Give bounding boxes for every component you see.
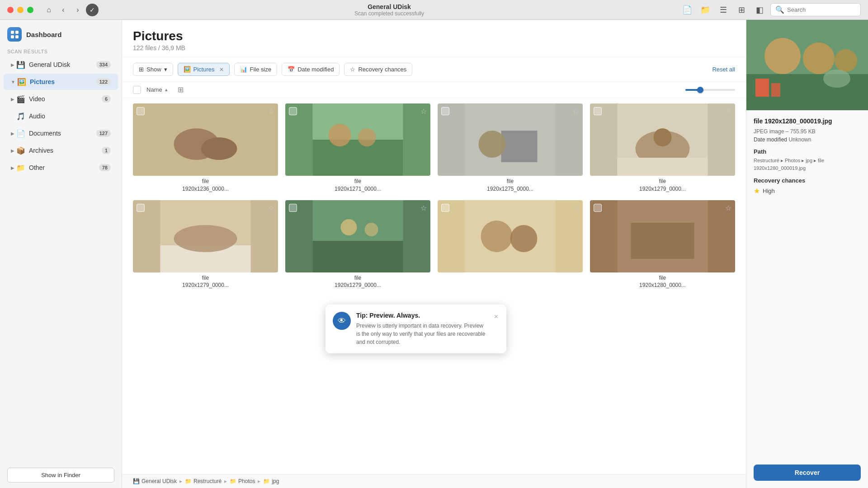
photo-item-6[interactable]: ☆ file1920x1279_0000... bbox=[285, 200, 430, 290]
slider-track[interactable] bbox=[685, 89, 735, 91]
breadcrumb-sep-3: ▸ bbox=[258, 478, 260, 484]
titlebar-subtitle: Scan completed successfully bbox=[104, 10, 675, 17]
file-size-filter-button[interactable]: 📊 File size bbox=[234, 63, 278, 76]
sidebar-header: Dashboard bbox=[0, 20, 122, 45]
preview-image bbox=[746, 20, 868, 110]
sidebar-item-pictures[interactable]: ▼ 🖼️ Pictures 122 bbox=[4, 74, 118, 90]
reset-all-button[interactable]: Reset all bbox=[712, 66, 735, 73]
sidebar-item-video[interactable]: ▶ 🎬 Video 6 bbox=[4, 91, 118, 107]
sidebar-item-other[interactable]: ▶ 📁 Other 78 bbox=[4, 160, 118, 176]
photo-thumb-7 bbox=[438, 200, 583, 272]
sidebar-item-general-udisk[interactable]: ▶ 💾 General UDisk 334 bbox=[4, 56, 118, 73]
sidebar-item-audio[interactable]: ▶ 🎵 Audio bbox=[4, 108, 118, 124]
breadcrumb-item-restructure[interactable]: 📁 Restructuré bbox=[185, 478, 222, 484]
svg-point-30 bbox=[835, 49, 857, 72]
breadcrumb-jpg-icon: 📁 bbox=[263, 478, 270, 484]
svg-point-6 bbox=[358, 128, 376, 146]
other-icon: 📁 bbox=[16, 163, 25, 172]
photo-star-6[interactable]: ☆ bbox=[420, 204, 427, 212]
sidebar-item-documents[interactable]: ▶ 📄 Documents 127 bbox=[4, 125, 118, 141]
pictures-icon: 🖼️ bbox=[17, 77, 26, 86]
photo-star-3[interactable]: ☆ bbox=[573, 107, 579, 116]
pictures-filter-button[interactable]: 🖼️ Pictures ✕ bbox=[178, 63, 230, 76]
photo-item-2[interactable]: ☆ file1920x1271_0000... bbox=[285, 103, 430, 193]
photo-star-5[interactable]: ☆ bbox=[268, 204, 274, 212]
photo-item-4[interactable]: ☆ file1920x1279_0000... bbox=[590, 103, 735, 193]
photo-thumb-3 bbox=[438, 103, 583, 176]
file-name: file 1920x1280_000019.jpg bbox=[754, 117, 861, 125]
recovery-badge: ★ High bbox=[754, 187, 861, 195]
recover-button[interactable]: Recover bbox=[754, 465, 861, 481]
photo-checkbox-5[interactable] bbox=[137, 204, 145, 212]
photo-item-1[interactable]: ☆ file1920x1236_0000... bbox=[133, 103, 278, 193]
photo-checkbox-3[interactable] bbox=[441, 107, 449, 115]
photo-item-5[interactable]: ☆ file1920x1279_0000... bbox=[133, 200, 278, 290]
home-button[interactable]: ⌂ bbox=[42, 4, 55, 16]
svg-point-29 bbox=[803, 42, 835, 74]
video-icon: 🎬 bbox=[16, 94, 25, 103]
photo-star-4[interactable]: ☆ bbox=[725, 107, 731, 116]
photo-star-8[interactable]: ☆ bbox=[725, 204, 731, 212]
file-icon[interactable]: 📄 bbox=[680, 3, 694, 17]
sidebar-item-archives[interactable]: ▶ 📦 Archives 1 bbox=[4, 142, 118, 159]
sidebar-badge-pictures: 122 bbox=[96, 78, 111, 85]
breadcrumb-item-jpg[interactable]: 📁 jpg bbox=[263, 478, 279, 484]
name-column-label: Name bbox=[146, 86, 162, 93]
slider-thumb[interactable] bbox=[697, 87, 703, 93]
grid-size-slider bbox=[189, 89, 735, 91]
check-icon: ✓ bbox=[86, 4, 99, 16]
pictures-filter-label: Pictures bbox=[193, 66, 215, 73]
photo-thumb-6 bbox=[285, 200, 430, 272]
eye-icon: 👁 bbox=[338, 316, 346, 326]
grid-filter-icon[interactable]: ⊞ bbox=[178, 85, 184, 94]
photo-label-8: file1920x1280_0000... bbox=[590, 274, 735, 290]
sidebar-toggle-icon[interactable]: ◧ bbox=[752, 3, 767, 17]
show-filter-button[interactable]: ⊞ Show ▾ bbox=[133, 63, 173, 76]
folder-icon[interactable]: 📁 bbox=[698, 3, 712, 17]
forward-button[interactable]: › bbox=[71, 4, 84, 16]
svg-rect-8 bbox=[501, 131, 538, 162]
show-in-finder-button[interactable]: Show in Finder bbox=[7, 468, 114, 483]
recovery-chances-filter-button[interactable]: ☆ Recovery chances bbox=[344, 63, 412, 76]
pictures-filter-close[interactable]: ✕ bbox=[219, 66, 224, 73]
photo-item-3[interactable]: ☆ file1920x1275_0000... bbox=[438, 103, 583, 193]
photo-checkbox-1[interactable] bbox=[137, 107, 145, 115]
tooltip-close-button[interactable]: × bbox=[493, 312, 499, 322]
photo-star-1[interactable]: ☆ bbox=[268, 107, 274, 116]
photo-thumb-2 bbox=[285, 103, 430, 176]
photo-checkbox-4[interactable] bbox=[594, 107, 602, 115]
photo-star-2[interactable]: ☆ bbox=[420, 107, 427, 116]
svg-rect-25 bbox=[631, 223, 694, 259]
date-modified-filter-button[interactable]: 📅 Date modified bbox=[282, 63, 340, 76]
photo-thumb-8 bbox=[590, 200, 735, 272]
photo-checkbox-8[interactable] bbox=[594, 204, 602, 212]
close-button[interactable] bbox=[7, 7, 14, 13]
back-button[interactable]: ‹ bbox=[57, 4, 70, 16]
select-all-checkbox[interactable] bbox=[133, 86, 141, 94]
photo-checkbox-6[interactable] bbox=[289, 204, 297, 212]
recovery-chances-label: Recovery chances bbox=[754, 177, 861, 184]
breadcrumb-item-udisk[interactable]: 💾 General UDisk bbox=[133, 478, 177, 484]
search-input[interactable] bbox=[787, 6, 856, 13]
photo-item-7[interactable]: ☆ bbox=[438, 200, 583, 290]
breadcrumb-item-photos[interactable]: 📁 Photos bbox=[230, 478, 255, 484]
svg-point-5 bbox=[329, 124, 351, 146]
sidebar-label-video: Video bbox=[29, 95, 102, 103]
tooltip-overlay: 👁 Tip: Preview. Always. Preview is utter… bbox=[326, 305, 506, 353]
show-filter-chevron: ▾ bbox=[164, 66, 167, 73]
name-sort-button[interactable]: Name ▲ bbox=[146, 86, 169, 93]
sidebar-label-audio: Audio bbox=[29, 113, 111, 120]
minimize-button[interactable] bbox=[17, 7, 24, 13]
maximize-button[interactable] bbox=[27, 7, 33, 13]
file-path-section: Path Restructuré ▸ Photos ▸ jpg ▸ file 1… bbox=[754, 148, 861, 172]
grid-view-icon[interactable]: ⊞ bbox=[734, 3, 749, 17]
photo-checkbox-2[interactable] bbox=[289, 107, 297, 115]
documents-icon: 📄 bbox=[16, 129, 25, 138]
photo-checkbox-7[interactable] bbox=[441, 204, 449, 212]
content-header: Pictures 122 files / 36,9 MB bbox=[122, 20, 746, 57]
photo-star-7[interactable]: ☆ bbox=[573, 204, 579, 212]
list-view-icon[interactable]: ☰ bbox=[716, 3, 731, 17]
photo-item-8[interactable]: ☆ file1920x1280_0000... bbox=[590, 200, 735, 290]
photo-grid: ☆ file1920x1236_0000... bbox=[133, 103, 735, 289]
recovery-value: High bbox=[763, 188, 775, 194]
